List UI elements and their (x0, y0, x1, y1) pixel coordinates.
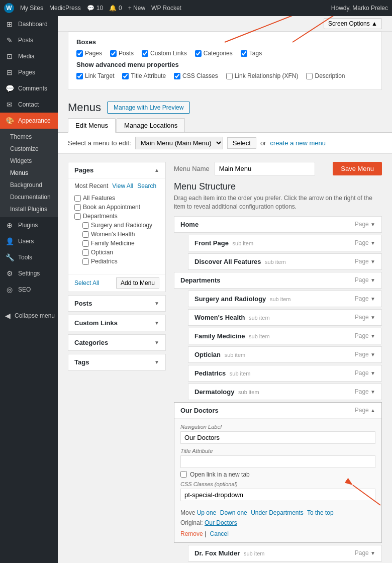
page-item-family-medicine[interactable]: Family Medicine (74, 239, 159, 248)
menu-item-front-page-chevron[interactable]: ▼ (370, 240, 375, 246)
create-new-menu-link[interactable]: create a new menu (270, 139, 326, 147)
checkbox-custom-links[interactable]: Custom Links (142, 50, 187, 57)
checkbox-tags[interactable]: Tags (241, 50, 262, 57)
cancel-link[interactable]: Cancel (210, 530, 228, 537)
checkbox-pages[interactable]: Pages (76, 50, 102, 57)
menu-item-pediatrics-chevron[interactable]: ▼ (370, 370, 375, 376)
menu-item-womens-health-chevron[interactable]: ▼ (370, 315, 375, 320)
page-item-surgery[interactable]: Surgery and Radiology (74, 221, 159, 230)
sidebar-item-plugins[interactable]: ⊕ Plugins (0, 217, 58, 233)
checkbox-title-attribute[interactable]: Title Attribute (122, 72, 166, 79)
accordion-pages-header[interactable]: Pages ▲ (68, 162, 165, 178)
accordion-categories-header[interactable]: Categories ▼ (68, 335, 165, 350)
notifications[interactable]: 🔔 0 (109, 5, 122, 12)
sidebar-item-media[interactable]: ⊡ Media (0, 48, 58, 64)
menu-item-pediatrics-label: Pediatrics sub item (194, 369, 250, 377)
checkbox-categories[interactable]: Categories (195, 50, 233, 57)
page-item-optician[interactable]: Optician (74, 248, 159, 257)
tab-edit-menus[interactable]: Edit Menus (68, 118, 116, 133)
page-item-pediatrics[interactable]: Pediatrics (74, 257, 159, 266)
menu-item-womens-health-header[interactable]: Women's Health sub item Page ▼ (188, 310, 381, 325)
accordion-tags-header[interactable]: Tags ▼ (68, 354, 165, 370)
sidebar-item-tools[interactable]: 🔧 Tools (0, 249, 58, 265)
wp-rocket-link[interactable]: WP Rocket (151, 5, 181, 12)
sidebar-item-contact[interactable]: ✉ Contact (0, 97, 58, 113)
wp-logo[interactable]: W (4, 3, 14, 13)
menu-item-optician-header[interactable]: Optician sub item Page ▼ (188, 347, 381, 362)
live-preview-button[interactable]: Manage with Live Preview (107, 102, 190, 114)
move-under-departments-link[interactable]: Under Departments (251, 509, 304, 516)
select-button[interactable]: Select (227, 137, 256, 149)
sidebar-item-seo[interactable]: ◎ SEO (0, 282, 58, 298)
menu-item-dermatology-chevron[interactable]: ▼ (370, 389, 375, 395)
menu-item-surgery-header[interactable]: Surgery and Radiology sub item Page ▼ (188, 291, 381, 307)
menu-item-home-chevron[interactable]: ▼ (370, 222, 375, 227)
checkbox-description[interactable]: Description (306, 72, 345, 79)
original-link[interactable]: Our Doctors (205, 519, 237, 526)
page-item-all-features[interactable]: All Features (74, 194, 159, 203)
my-sites-menu[interactable]: My Sites (20, 5, 43, 12)
sidebar-item-pages[interactable]: ⊟ Pages (0, 64, 58, 80)
move-down-one-link[interactable]: Down one (220, 509, 247, 516)
sidebar-item-customize[interactable]: Customize (5, 143, 58, 155)
page-item-womens-health[interactable]: Women's Health (74, 230, 159, 239)
menu-select[interactable]: Main Menu (Main Menu) (135, 137, 223, 149)
new-post-button[interactable]: + New (128, 5, 145, 12)
filter-most-recent[interactable]: Most Recent (74, 182, 108, 190)
checkbox-posts[interactable]: Posts (110, 50, 134, 57)
add-to-menu-button[interactable]: Add to Menu (116, 277, 159, 289)
menu-item-discover-chevron[interactable]: ▼ (370, 259, 375, 264)
accordion-posts-header[interactable]: Posts ▼ (68, 296, 165, 311)
title-attribute-input[interactable] (180, 455, 375, 468)
menu-item-dr-fox-mulder-header[interactable]: Dr. Fox Mulder sub item Page ▼ (188, 545, 381, 561)
comments-link[interactable]: 💬 10 (87, 5, 103, 12)
menu-item-departments-header[interactable]: Departments Page ▼ (174, 272, 381, 288)
sidebar-item-widgets[interactable]: Widgets (5, 155, 58, 167)
menu-item-pediatrics-header[interactable]: Pediatrics sub item Page ▼ (188, 365, 381, 381)
menu-item-our-doctors-chevron[interactable]: ▲ (370, 408, 375, 413)
checkbox-link-target[interactable]: Link Target (76, 72, 114, 79)
filter-view-all[interactable]: View All (112, 182, 133, 190)
css-classes-input[interactable] (180, 489, 375, 501)
menu-item-departments-chevron[interactable]: ▼ (370, 277, 375, 283)
move-to-top-link[interactable]: To the top (307, 509, 334, 516)
filter-search[interactable]: Search (137, 182, 156, 190)
page-item-book-appointment[interactable]: Book an Appointment (74, 203, 159, 212)
menu-item-family-medicine-header[interactable]: Family Medicine sub item Page ▼ (188, 328, 381, 344)
menu-item-family-medicine-chevron[interactable]: ▼ (370, 333, 375, 339)
menu-item-optician-chevron[interactable]: ▼ (370, 352, 375, 357)
accordion-custom-links-header[interactable]: Custom Links ▼ (68, 315, 165, 331)
menu-item-discover-header[interactable]: Discover All Features sub item Page ▼ (188, 254, 381, 269)
menu-item-front-page-header[interactable]: Front Page sub item Page ▼ (188, 235, 381, 251)
sidebar-item-users[interactable]: 👤 Users (0, 233, 58, 249)
menu-item-dr-fox-mulder-chevron[interactable]: ▼ (370, 550, 375, 556)
move-up-one-link[interactable]: Up one (197, 509, 217, 516)
sidebar-item-settings[interactable]: ⚙ Settings (0, 265, 58, 282)
screen-options-button[interactable]: Screen Options ▲ (324, 18, 382, 29)
open-new-tab-checkbox[interactable] (180, 471, 187, 478)
select-all-link[interactable]: Select All (74, 279, 99, 287)
checkbox-link-relationship[interactable]: Link Relationship (XFN) (226, 72, 299, 79)
menu-name-input[interactable] (215, 162, 315, 175)
sidebar-item-background[interactable]: Background (5, 179, 58, 191)
checkbox-css-classes[interactable]: CSS Classes (174, 72, 218, 79)
menu-item-our-doctors-header[interactable]: Our Doctors Page ▲ (174, 403, 381, 418)
sidebar-item-documentation[interactable]: Documentation (5, 191, 58, 203)
nav-label-input[interactable] (180, 431, 375, 444)
menu-item-surgery-chevron[interactable]: ▼ (370, 296, 375, 302)
sidebar-item-appearance[interactable]: 🎨 Appearance (0, 113, 58, 129)
sidebar-item-menus[interactable]: Menus (5, 167, 58, 179)
remove-link[interactable]: Remove (180, 530, 203, 537)
collapse-menu-button[interactable]: ◀ Collapse menu (0, 308, 58, 324)
sidebar-item-install-plugins[interactable]: Install Plugins (5, 203, 58, 215)
menu-item-dermatology-header[interactable]: Dermatology sub item Page ▼ (188, 384, 381, 400)
tab-manage-locations[interactable]: Manage Locations (117, 118, 185, 132)
menu-item-home-header[interactable]: Home Page ▼ (174, 217, 381, 232)
sidebar-item-dashboard[interactable]: ⊞ Dashboard (0, 16, 58, 32)
page-item-departments[interactable]: Departments (74, 212, 159, 221)
sidebar-item-comments[interactable]: 💬 Comments (0, 80, 58, 97)
save-menu-button[interactable]: Save Menu (333, 162, 382, 175)
sidebar-item-themes[interactable]: Themes (5, 131, 58, 143)
site-name[interactable]: MedicPress (49, 5, 81, 12)
sidebar-item-posts[interactable]: ✎ Posts (0, 32, 58, 48)
